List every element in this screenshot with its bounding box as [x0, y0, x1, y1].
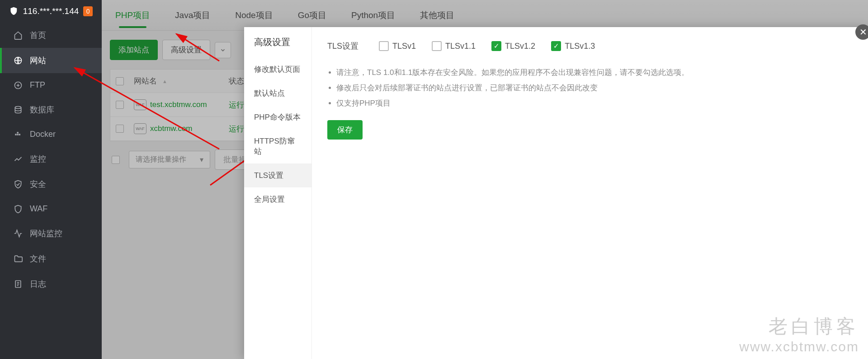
sidebar-item-waf[interactable]: WAF [0, 197, 102, 221]
modal-sidebar: 高级设置 修改默认页面默认站点PHP命令版本HTTPS防窜站TLS设置全局设置 [244, 27, 312, 359]
sidebar-item-label: 网站 [30, 55, 46, 66]
sidebar-item-globe[interactable]: 网站 [0, 48, 102, 73]
svg-rect-4 [17, 134, 19, 135]
checkbox-icon: ✓ [551, 41, 561, 51]
modal-nav-item[interactable]: TLS设置 [244, 163, 311, 187]
sidebar-item-label: 首页 [30, 30, 46, 41]
notes-list: 请注意，TLS 1.0和1.1版本存在安全风险。如果您的应用程序不会出现兼容性问… [327, 65, 853, 111]
sidebar-item-home[interactable]: 首页 [0, 23, 102, 48]
modal-body: TLS设置 TLSv1TLSv1.1✓TLSv1.2✓TLSv1.3 请注意，T… [312, 27, 868, 359]
server-ip: 116.***.***.144 [23, 6, 79, 16]
advanced-settings-modal: ✕ 高级设置 修改默认页面默认站点PHP命令版本HTTPS防窜站TLS设置全局设… [244, 27, 868, 359]
modal-nav-item[interactable]: 全局设置 [244, 187, 311, 211]
modal-title: 高级设置 [244, 27, 311, 57]
sidebar-header: 116.***.***.144 0 [0, 0, 102, 23]
sidebar-item-sitemon[interactable]: 网站监控 [0, 221, 102, 246]
tls-option[interactable]: ✓TLSv1.2 [491, 41, 535, 51]
log-icon [14, 280, 23, 289]
waf-icon [14, 205, 23, 214]
close-icon[interactable]: ✕ [855, 24, 868, 40]
tls-label: TLS设置 [327, 41, 359, 51]
sidebar-item-label: FTP [30, 80, 45, 90]
tls-option[interactable]: TLSv1.1 [432, 41, 476, 51]
globe-icon [14, 56, 23, 65]
svg-point-2 [15, 107, 21, 109]
checkbox-icon [432, 41, 442, 51]
modal-nav-item[interactable]: PHP命令版本 [244, 105, 311, 129]
tls-option[interactable]: TLSv1 [379, 41, 416, 51]
sidebar-item-ftp[interactable]: FTP [0, 73, 102, 97]
sidebar-item-monitor[interactable]: 监控 [0, 146, 102, 172]
sidebar-item-log[interactable]: 日志 [0, 271, 102, 297]
note-item: 仅支持PHP项目 [336, 96, 853, 111]
db-icon [14, 105, 23, 114]
checkbox-icon [379, 41, 389, 51]
sidebar-item-docker[interactable]: Docker [0, 122, 102, 146]
sidebar-item-label: Docker [30, 130, 56, 139]
monitor-icon [14, 154, 23, 163]
note-item: 请注意，TLS 1.0和1.1版本存在安全风险。如果您的应用程序不会出现兼容性问… [336, 65, 853, 80]
svg-rect-3 [15, 134, 16, 135]
svg-rect-6 [17, 132, 19, 133]
sidebar-item-label: 安全 [30, 179, 46, 190]
tls-options-row: TLS设置 TLSv1TLSv1.1✓TLSv1.2✓TLSv1.3 [327, 41, 853, 51]
folder-icon [14, 254, 23, 263]
sidebar: 116.***.***.144 0 首页网站FTP数据库Docker监控安全WA… [0, 0, 102, 359]
ftp-icon [14, 81, 23, 90]
sidebar-item-label: 数据库 [30, 104, 54, 115]
sidebar-item-label: 日志 [30, 279, 46, 289]
sidebar-item-label: 监控 [30, 154, 46, 164]
tls-option-label: TLSv1.1 [445, 42, 476, 51]
sidebar-item-security[interactable]: 安全 [0, 172, 102, 197]
modal-nav-item[interactable]: 修改默认页面 [244, 57, 311, 81]
sidebar-item-label: WAF [30, 204, 47, 214]
home-icon [14, 31, 23, 40]
tls-option-label: TLSv1.3 [565, 42, 595, 51]
modal-nav-item[interactable]: 默认站点 [244, 81, 311, 105]
tls-option-label: TLSv1.2 [505, 42, 535, 51]
note-item: 修改后只会对后续部署证书的站点进行设置，已部署证书的站点不会因此改变 [336, 80, 853, 96]
sidebar-item-db[interactable]: 数据库 [0, 97, 102, 122]
notification-badge[interactable]: 0 [83, 6, 93, 16]
save-button[interactable]: 保存 [327, 120, 363, 140]
modal-nav-item[interactable]: HTTPS防窜站 [244, 129, 311, 163]
shield-icon [9, 6, 19, 16]
sidebar-item-label: 网站监控 [30, 228, 62, 239]
sidebar-item-label: 文件 [30, 253, 46, 264]
sidebar-item-folder[interactable]: 文件 [0, 246, 102, 271]
docker-icon [14, 130, 23, 139]
tls-option[interactable]: ✓TLSv1.3 [551, 41, 595, 51]
security-icon [14, 180, 23, 189]
checkbox-icon: ✓ [491, 41, 501, 51]
tls-option-label: TLSv1 [392, 42, 416, 51]
svg-rect-5 [19, 134, 20, 135]
sitemon-icon [14, 229, 23, 238]
